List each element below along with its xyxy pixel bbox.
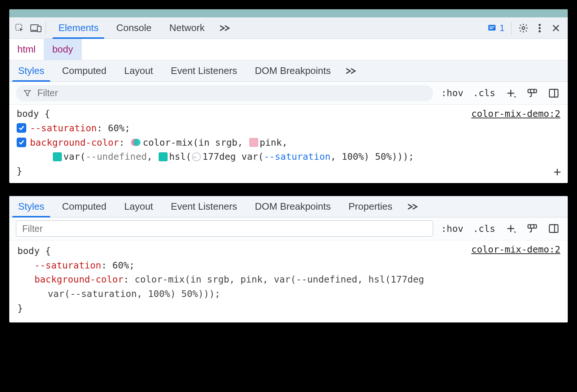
new-style-rule-button[interactable] xyxy=(503,221,518,236)
sidebar-toggle-icon xyxy=(549,88,559,98)
color-mix-swatch-icon[interactable] xyxy=(131,138,141,147)
subtabs-overflow-icon[interactable] xyxy=(401,203,424,210)
hov-toggle[interactable]: :hov xyxy=(440,223,465,234)
main-tab-bar: Elements Console Network 1 xyxy=(9,17,568,39)
settings-button[interactable] xyxy=(515,20,532,36)
plus-icon xyxy=(506,223,516,234)
crumb-body[interactable]: body xyxy=(44,39,81,60)
svg-point-7 xyxy=(522,27,524,29)
subtab-event-listeners[interactable]: Event Listeners xyxy=(162,196,246,217)
prop-value[interactable]: color-mix(in srgb, pink, var(--undefined… xyxy=(135,274,424,285)
computed-panel-toggle[interactable] xyxy=(546,221,561,236)
code-text: pink xyxy=(260,137,282,148)
inspect-icon[interactable] xyxy=(11,20,28,36)
divider xyxy=(511,22,512,34)
close-button[interactable] xyxy=(548,20,564,36)
code-text: var( xyxy=(63,151,85,162)
crumb-html[interactable]: html xyxy=(9,39,44,60)
issues-button[interactable]: 1 xyxy=(482,23,510,33)
declaration-background-color[interactable]: background-color: color-mix(in srgb, pin… xyxy=(17,136,560,165)
var-undefined[interactable]: --undefined xyxy=(85,151,147,162)
subtab-dom-breakpoints[interactable]: DOM Breakpoints xyxy=(246,60,340,81)
divider xyxy=(45,22,46,34)
svg-rect-16 xyxy=(528,89,536,92)
devtools-panel-a: Elements Console Network 1 xyxy=(9,9,568,183)
source-link[interactable]: color-mix-demo:2 xyxy=(471,107,560,121)
style-rule-body[interactable]: color-mix-demo:2 body { --saturation: 60… xyxy=(9,240,568,322)
svg-point-10 xyxy=(539,30,541,32)
declaration-saturation[interactable]: --saturation: 60%; xyxy=(17,258,560,273)
cls-toggle[interactable]: .cls xyxy=(472,223,497,234)
filter-input[interactable] xyxy=(21,223,428,234)
svg-point-9 xyxy=(539,27,541,29)
subtab-layout[interactable]: Layout xyxy=(115,60,162,81)
device-toolbar-icon[interactable] xyxy=(28,20,44,36)
svg-rect-26 xyxy=(549,225,558,233)
color-swatch-teal-icon[interactable] xyxy=(53,152,62,161)
prop-name[interactable]: background-color xyxy=(34,274,124,285)
declaration-saturation[interactable]: --saturation: 60%; xyxy=(17,121,560,136)
filter-icon xyxy=(23,89,31,97)
kebab-icon xyxy=(538,23,541,33)
issues-icon xyxy=(487,23,497,33)
prop-value[interactable]: 60% xyxy=(108,123,125,134)
subtab-dom-breakpoints[interactable]: DOM Breakpoints xyxy=(246,196,340,217)
subtab-styles[interactable]: Styles xyxy=(9,196,53,217)
kebab-button[interactable] xyxy=(532,20,548,36)
code-text: hsl( xyxy=(169,151,191,162)
declaration-background-color-cont[interactable]: var(--saturation, 100%) 50%))); xyxy=(17,287,560,301)
svg-point-8 xyxy=(539,24,541,26)
subtabs-overflow-icon[interactable] xyxy=(340,68,362,74)
color-swatch-teal-icon[interactable] xyxy=(159,152,168,161)
tab-network[interactable]: Network xyxy=(161,17,213,38)
cls-toggle[interactable]: .cls xyxy=(472,88,497,98)
source-link[interactable]: color-mix-demo:2 xyxy=(471,243,560,257)
tabs-overflow-icon[interactable] xyxy=(213,25,236,31)
tab-console[interactable]: Console xyxy=(107,17,160,38)
color-swatch-pink-icon[interactable] xyxy=(249,138,258,147)
subtab-event-listeners[interactable]: Event Listeners xyxy=(162,60,246,81)
gear-icon xyxy=(518,23,529,33)
svg-rect-6 xyxy=(489,28,493,29)
prop-value[interactable]: 60% xyxy=(112,260,129,271)
close-icon xyxy=(552,24,560,32)
flex-tooling-button[interactable] xyxy=(525,86,540,101)
var-saturation[interactable]: --saturation xyxy=(264,151,331,162)
add-declaration-button[interactable]: + xyxy=(554,162,561,182)
computed-panel-toggle[interactable] xyxy=(546,86,561,101)
style-rule-body[interactable]: color-mix-demo:2 body { --saturation: 60… xyxy=(9,105,568,183)
page-accent-strip xyxy=(9,9,568,17)
code-text: , 100%) xyxy=(331,151,370,162)
code-text: 50%))); xyxy=(370,151,414,162)
flex-tooling-button[interactable] xyxy=(525,221,540,236)
issues-count: 1 xyxy=(500,23,505,33)
prop-name[interactable]: background-color xyxy=(30,137,119,148)
prop-value-cont: var(--saturation, 100%) 50%))); xyxy=(48,288,220,299)
prop-name[interactable]: --saturation xyxy=(34,260,101,271)
devtools-panel-b: Styles Computed Layout Event Listeners D… xyxy=(9,196,568,322)
sidebar-tabs: Styles Computed Layout Event Listeners D… xyxy=(9,196,568,217)
tab-elements[interactable]: Elements xyxy=(50,17,107,38)
dom-breadcrumb: html body xyxy=(9,39,568,60)
subtab-computed[interactable]: Computed xyxy=(53,60,115,81)
subtab-layout[interactable]: Layout xyxy=(115,196,162,217)
new-style-rule-button[interactable] xyxy=(503,86,518,101)
subtab-styles[interactable]: Styles xyxy=(9,60,53,81)
hov-toggle[interactable]: :hov xyxy=(440,88,465,98)
subtab-computed[interactable]: Computed xyxy=(53,196,115,217)
prop-name[interactable]: --saturation xyxy=(30,123,97,134)
filter-input-wrapper[interactable] xyxy=(16,85,433,101)
filter-input[interactable] xyxy=(37,87,426,99)
svg-rect-3 xyxy=(37,26,41,32)
styles-toolbar: :hov .cls xyxy=(9,82,568,105)
sidebar-tabs: Styles Computed Layout Event Listeners D… xyxy=(9,60,568,82)
declaration-background-color[interactable]: background-color: color-mix(in srgb, pin… xyxy=(17,273,560,287)
code-text: 177deg xyxy=(202,151,236,162)
subtab-properties[interactable]: Properties xyxy=(340,196,401,217)
checkbox-on-icon[interactable] xyxy=(17,138,26,147)
filter-input-wrapper[interactable] xyxy=(16,220,433,237)
angle-swatch-icon[interactable] xyxy=(192,152,201,161)
brush-icon xyxy=(527,88,538,98)
svg-rect-4 xyxy=(488,25,496,30)
checkbox-on-icon[interactable] xyxy=(17,123,26,133)
